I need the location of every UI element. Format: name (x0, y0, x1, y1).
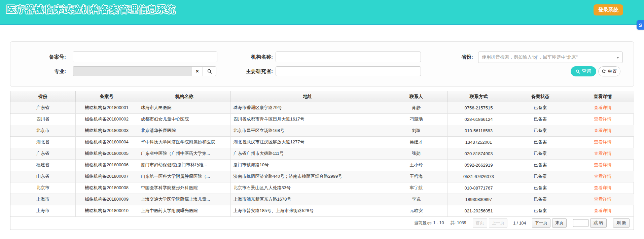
cell-status: 已备案 (510, 148, 571, 159)
cell-address: 广东省广州市大德路111号 (230, 148, 385, 159)
view-detail-link[interactable]: 查看详情 (594, 116, 611, 122)
cell-filing_no: 械临机构备201800009 (75, 194, 138, 205)
cell-status: 已备案 (510, 182, 571, 194)
cell-contact: 肖静 (385, 102, 448, 113)
first-page-button[interactable]: 首页 (473, 218, 487, 228)
cell-address: 北京市石景山区八大处路33号 (230, 182, 385, 194)
cell-contact: 吴建才 (385, 136, 448, 148)
column-header-org: 机构名称 (138, 91, 230, 102)
cell-detail: 查看详情 (571, 102, 634, 113)
page-indicator: 1 / 104 (513, 221, 526, 226)
cell-contact: 张勋 (385, 148, 448, 159)
org-name-input[interactable] (276, 52, 421, 62)
column-header-province: 省份 (10, 91, 75, 102)
view-detail-link[interactable]: 查看详情 (594, 128, 611, 133)
next-page-button[interactable]: 下一页 (532, 218, 551, 228)
results-table: 省份 备案号 机构名称 地址 联系人 联系方式 备案状态 查看详情 广东省械临机… (10, 91, 634, 230)
view-detail-link[interactable]: 查看详情 (594, 197, 611, 202)
table-header-row: 省份 备案号 机构名称 地址 联系人 联系方式 备案状态 查看详情 (10, 91, 634, 102)
cell-detail: 查看详情 (571, 205, 634, 216)
login-button[interactable]: 登录系统 (594, 4, 623, 15)
last-page-button[interactable]: 末页 (552, 218, 567, 228)
pagination-bar: 当前显示: 1 - 10 共: 1039 首页 上一页 1 / 104 下一页 … (10, 217, 634, 230)
table-row: 湖北省械临机构备201800004华中科技大学同济医学院附属协和医院湖北省武汉市… (10, 136, 634, 148)
reset-button[interactable]: 重置 (598, 66, 620, 76)
search-button[interactable]: 查询 (571, 66, 596, 76)
cell-detail: 查看详情 (571, 159, 634, 171)
column-header-detail: 查看详情 (571, 91, 634, 102)
cell-contact: 刘璇 (385, 125, 448, 136)
page-title: 医疗器械临床试验机构备案管理信息系统 (6, 3, 176, 15)
table-row: 山东省械临机构备201800007山东第一医科大学附属肿瘤医院（...济南市槐荫… (10, 171, 634, 182)
cell-province: 北京市 (10, 182, 75, 194)
cell-status: 已备案 (510, 102, 571, 113)
cell-detail: 查看详情 (571, 182, 634, 194)
page: 医疗器械临床试验机构备案管理信息系统 登录系统 S 备案号: 专业: × 机构名… (0, 0, 644, 239)
cell-filing_no: 械临机构备201800007 (75, 171, 138, 182)
cell-contact: 王哲海 (385, 171, 448, 182)
cell-filing_no: 械临机构备201800003 (75, 125, 138, 136)
cell-phone: 020-81874903 (448, 148, 510, 159)
cell-province: 上海市 (10, 205, 75, 216)
cell-address: 上海市普安路185号、上海市张衡路528号 (230, 205, 385, 216)
cell-phone: 028-61866124 (448, 113, 510, 125)
cell-status: 已备案 (510, 194, 571, 205)
specialty-input[interactable] (73, 66, 192, 76)
view-detail-link[interactable]: 查看详情 (594, 162, 611, 167)
view-detail-link[interactable]: 查看详情 (594, 105, 611, 110)
cell-province: 广东省 (10, 102, 75, 113)
cell-filing_no: 械临机构备201800005 (75, 148, 138, 159)
cell-province: 湖北省 (10, 136, 75, 148)
specialty-search-button[interactable] (203, 66, 216, 76)
view-detail-link[interactable]: 查看详情 (594, 185, 611, 190)
table-row: 福建省械临机构备201800006厦门市妇幼保健院(厦门市林巧稚...厦门市镇海… (10, 159, 634, 171)
cell-status: 已备案 (510, 136, 571, 148)
clear-button[interactable]: × (192, 66, 203, 76)
search-panel: 备案号: 专业: × 机构名称: 主要研究者: 省份: 使用拼音检索，例如输入“… (10, 41, 634, 87)
cell-org: 厦门市妇幼保健院(厦门市林巧稚... (138, 159, 230, 171)
cell-filing_no: 械临机构备201800002 (75, 113, 138, 125)
cell-province: 四川省 (10, 113, 75, 125)
cell-phone: 0531-67626073 (448, 171, 510, 182)
cell-org: 上海交通大学医学院附属上海儿童... (138, 194, 230, 205)
view-detail-link[interactable]: 查看详情 (594, 151, 611, 156)
refresh-button[interactable]: 刷新 (613, 218, 630, 228)
floating-widget-icon[interactable]: S (637, 20, 644, 30)
cell-filing_no: 械临机构备201800001 (75, 102, 138, 113)
filing-no-input[interactable] (73, 52, 217, 62)
prev-page-button[interactable]: 上一页 (489, 218, 508, 228)
investigator-input[interactable] (276, 66, 421, 76)
cell-status: 已备案 (510, 113, 571, 125)
cell-status: 已备案 (510, 159, 571, 171)
jump-page-input[interactable] (573, 219, 588, 227)
jump-button[interactable]: 跳转 (590, 218, 607, 228)
cell-detail: 查看详情 (571, 125, 634, 136)
cell-status: 已备案 (510, 171, 571, 182)
cell-phone: 021-20256051 (448, 205, 510, 216)
province-select[interactable]: 使用拼音检索，例如输入“bj”，回车即选中“北京” (478, 52, 623, 63)
view-detail-link[interactable]: 查看详情 (594, 139, 611, 144)
column-header-phone: 联系方式 (448, 91, 510, 102)
cell-address: 珠海市香洲区康宁路79号 (230, 102, 385, 113)
cell-contact: 王小玲 (385, 159, 448, 171)
cell-detail: 查看详情 (571, 194, 634, 205)
app-header: 医疗器械临床试验机构备案管理信息系统 登录系统 (0, 0, 644, 25)
cell-org: 上海中医药大学附属曙光医院 (138, 205, 230, 216)
province-placeholder: 使用拼音检索，例如输入“bj”，回车即选中“北京” (482, 54, 578, 60)
cell-org: 华中科技大学同济医学院附属协和医院 (138, 136, 230, 148)
cell-province: 上海市 (10, 194, 75, 205)
table-row: 上海市械临机构备201800010上海中医药大学附属曙光医院上海市普安路185号… (10, 205, 634, 216)
view-detail-link[interactable]: 查看详情 (594, 208, 611, 213)
table-row: 北京市械临机构备201800008中国医学科学院整形外科医院北京市石景山区八大处… (10, 182, 634, 194)
view-detail-link[interactable]: 查看详情 (594, 174, 611, 179)
column-header-filing-no: 备案号 (75, 91, 138, 102)
table-row: 四川省械临机构备201800002成都市妇女儿童中心医院四川省成都市青羊区日月大… (10, 113, 634, 125)
cell-status: 已备案 (510, 205, 571, 216)
cell-status: 已备案 (510, 125, 571, 136)
cell-detail: 查看详情 (571, 113, 634, 125)
cell-phone: 0756-2157515 (448, 102, 510, 113)
cell-contact: 元唯安 (385, 205, 448, 216)
cell-org: 珠海市人民医院 (138, 102, 230, 113)
cell-phone: 0592-2662919 (448, 159, 510, 171)
column-header-address: 地址 (230, 91, 385, 102)
